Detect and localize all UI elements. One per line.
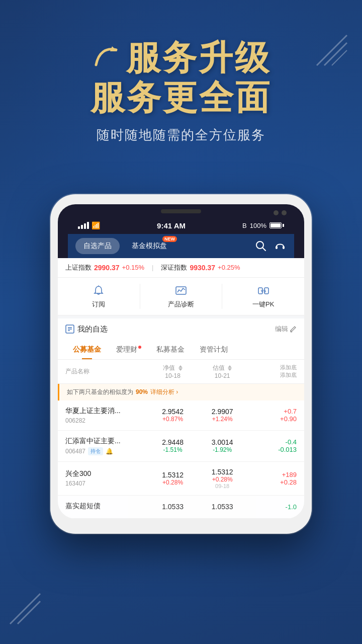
nav-sort[interactable]: [178, 365, 183, 371]
deco-lines-bottom: [5, 589, 45, 629]
svg-line-4: [262, 248, 265, 251]
nav-tab-fund-sim[interactable]: 基金模拟盘 NEW: [124, 238, 175, 254]
phone-mockup: 📶 9:41 AM B 100% 自选产品: [0, 194, 362, 534]
tab-wealth-mgmt[interactable]: 爱理财: [109, 340, 149, 359]
watchlist-icon: [65, 325, 74, 334]
nav-tab-watchlist[interactable]: 自选产品: [75, 238, 120, 254]
hero-title-text2: 服务更全面: [20, 78, 342, 116]
fund3-nav-val: 1.5312: [148, 471, 198, 479]
svg-line-19: [18, 601, 40, 624]
fund2-tag: 持仓: [88, 447, 103, 455]
col-est-header: 估值 10-21: [198, 364, 247, 379]
fund1-nav: 2.9542 +0.87%: [148, 408, 198, 423]
fund3-code-row: 163407: [65, 480, 148, 487]
fund4-est: 1.0533: [198, 503, 247, 511]
fund3-add-val1: +189: [247, 471, 297, 478]
tab-private-fund[interactable]: 私募基金: [149, 340, 192, 359]
fund3-est: 1.5312 +0.28% 09-18: [198, 468, 247, 489]
hero-subtitle: 随时随地随需的全方位服务: [20, 126, 342, 144]
fund4-add-val1: -1.0: [247, 503, 297, 511]
index-ticker: 上证指数 2990.37 +0.15% | 深证指数 9930.37 +0.25…: [58, 258, 304, 278]
screen-content: 上证指数 2990.37 +0.15% | 深证指数 9930.37 +0.25…: [58, 258, 304, 519]
new-badge: NEW: [162, 236, 177, 242]
fund-row-2[interactable]: 汇添富中证主要... 006487 持仓 🔔 2.9448 -1.51% 3.0…: [58, 431, 304, 462]
fund3-name: 兴全300: [65, 469, 148, 478]
fund1-add-val2: +0.90: [247, 415, 297, 423]
fund4-add: -1.0: [247, 503, 297, 511]
ticker-divider: |: [152, 264, 153, 271]
action-subscribe[interactable]: 订阅: [58, 284, 140, 309]
watchlist-header: 我的自选 编辑: [58, 318, 304, 340]
fund2-info: 汇添富中证主要... 006487 持仓 🔔: [65, 437, 148, 455]
watchlist-title-text: 我的自选: [77, 325, 108, 334]
fund1-code-row: 006282: [65, 417, 148, 424]
action-diagnose[interactable]: 产品诊断: [140, 284, 223, 309]
fund4-nav-val: 1.0533: [148, 503, 198, 511]
fund1-code: 006282: [65, 417, 85, 424]
edit-button[interactable]: 编辑: [275, 325, 297, 334]
fund-row-3[interactable]: 兴全300 163407 1.5312 +0.28% 1.5312 +0.28%…: [58, 462, 304, 496]
chart-icon: [174, 284, 188, 298]
est-sort[interactable]: [228, 365, 232, 371]
fund3-nav-change: +0.28%: [148, 479, 198, 486]
fund2-add-val1: -0.4: [247, 438, 297, 446]
fund3-nav: 1.5312 +0.28%: [148, 471, 198, 486]
status-right: B 100%: [242, 222, 284, 229]
index1-name: 上证指数: [65, 263, 92, 272]
fund-row-4[interactable]: 嘉实超短债 1.0533 1.0533 -1.0: [58, 496, 304, 519]
fund1-est-val: 2.9907: [198, 408, 247, 416]
index1: 上证指数 2990.37 +0.15%: [65, 263, 144, 272]
fund2-name: 汇添富中证主要...: [65, 437, 148, 446]
fund3-code: 163407: [65, 480, 85, 487]
fund4-est-val: 1.0533: [198, 503, 247, 511]
similarity-alert: 如下两只基金的相似度为 90% 详细分析 ›: [58, 384, 304, 400]
fund2-est: 3.0014 -1.92%: [198, 438, 247, 453]
fund2-nav-val: 2.9448: [148, 438, 198, 446]
fund1-name: 华夏上证主要消...: [65, 407, 148, 416]
fund1-nav-val: 2.9542: [148, 408, 198, 416]
fund4-info: 嘉实超短债: [65, 502, 148, 512]
fund4-nav: 1.0533: [148, 503, 198, 511]
fund2-add: -0.4 -0.013: [247, 438, 297, 453]
fund3-est-val: 1.5312: [198, 468, 247, 476]
fund4-name: 嘉实超短债: [65, 502, 148, 511]
hero-section: 服务升级 服务更全面 随时随地随需的全方位服务: [0, 0, 362, 184]
nav-icons: [254, 239, 287, 253]
col-nav-header: 净值 10-18: [148, 364, 198, 379]
phone-camera-dots: [274, 210, 287, 215]
fund2-est-change: -1.92%: [198, 446, 247, 453]
action-pk-label: 一键PK: [252, 300, 274, 309]
fund2-nav: 2.9448 -1.51%: [148, 438, 198, 453]
notification-dot: [138, 346, 141, 349]
hero-title-text1: 服务升级: [126, 40, 271, 74]
tab-asset-mgmt[interactable]: 资管计划: [192, 340, 235, 359]
edit-icon: [290, 326, 297, 333]
index2-change: +0.25%: [218, 264, 240, 271]
signal-bars: [78, 222, 89, 229]
app-nav: 自选产品 基金模拟盘 NEW: [68, 234, 294, 258]
search-icon[interactable]: [254, 239, 267, 253]
action-bar: 订阅 产品诊断: [58, 278, 304, 315]
bluetooth-icon: B: [242, 222, 247, 229]
fund1-nav-change: +0.87%: [148, 416, 198, 423]
index2: 深证指数 9930.37 +0.25%: [161, 263, 240, 272]
alert-detail-link[interactable]: 详细分析 ›: [150, 388, 178, 396]
action-pk[interactable]: VS 一键PK: [222, 284, 304, 309]
phone-speaker: [161, 209, 201, 213]
fund1-add-val1: +0.7: [247, 408, 297, 415]
svg-text:VS: VS: [260, 289, 266, 293]
fund3-info: 兴全300 163407: [65, 469, 148, 487]
fund1-add: +0.7 +0.90: [247, 408, 297, 423]
fund1-est-change: +1.24%: [198, 416, 247, 423]
category-tabs: 公募基金 爱理财 私募基金 资管计划: [58, 340, 304, 360]
phone-frame: 📶 9:41 AM B 100% 自选产品: [50, 194, 312, 534]
watchlist-title: 我的自选: [65, 325, 108, 334]
fund-row-1[interactable]: 华夏上证主要消... 006282 2.9542 +0.87% 2.9907 +…: [58, 400, 304, 431]
tab-public-fund[interactable]: 公募基金: [65, 340, 109, 359]
fund1-est: 2.9907 +1.24%: [198, 408, 247, 423]
headphone-icon[interactable]: [274, 239, 287, 253]
status-bar: 📶 9:41 AM B 100%: [68, 217, 294, 234]
table-header: 产品名称 净值 10-18 估值: [58, 360, 304, 384]
battery-percent: 100%: [250, 222, 266, 229]
fund3-add-val2: +0.28: [247, 478, 297, 486]
